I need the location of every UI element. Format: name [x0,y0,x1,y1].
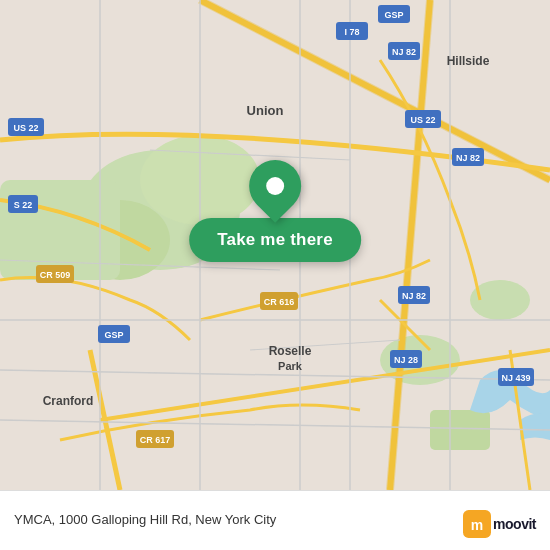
svg-rect-7 [430,410,490,450]
svg-text:CR 616: CR 616 [264,297,295,307]
svg-text:NJ 82: NJ 82 [392,47,416,57]
moovit-logo: m moovit [463,510,536,538]
svg-text:US 22: US 22 [13,123,38,133]
take-me-there-button[interactable]: Take me there [189,218,361,262]
svg-text:NJ 439: NJ 439 [501,373,530,383]
svg-text:CR 509: CR 509 [40,270,71,280]
svg-text:NJ 82: NJ 82 [402,291,426,301]
svg-text:Cranford: Cranford [43,394,94,408]
location-pin-center [266,177,284,195]
location-pin-icon [238,149,312,223]
address-label: YMCA, 1000 Galloping Hill Rd, New York C… [14,511,276,529]
map-container: I 78 GSP GSP US 22 US 22 S 22 NJ 82 NJ 8… [0,0,550,490]
moovit-icon: m [463,510,491,538]
svg-text:US 22: US 22 [410,115,435,125]
svg-text:Park: Park [278,360,303,372]
bottom-bar: YMCA, 1000 Galloping Hill Rd, New York C… [0,490,550,550]
svg-text:Union: Union [247,103,284,118]
svg-text:Hillside: Hillside [447,54,490,68]
svg-text:NJ 28: NJ 28 [394,355,418,365]
svg-text:S 22: S 22 [14,200,33,210]
svg-text:I 78: I 78 [344,27,359,37]
svg-text:Roselle: Roselle [269,344,312,358]
svg-text:CR 617: CR 617 [140,435,171,445]
button-overlay: Take me there [189,160,361,262]
svg-text:m: m [471,517,483,533]
svg-text:NJ 82: NJ 82 [456,153,480,163]
moovit-brand-name: moovit [493,516,536,532]
svg-text:GSP: GSP [104,330,123,340]
svg-text:GSP: GSP [384,10,403,20]
